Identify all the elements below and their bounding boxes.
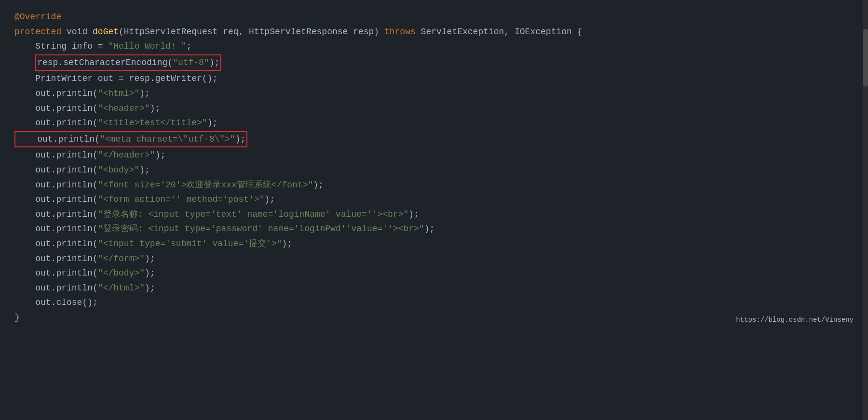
plain-paren: (: [119, 25, 124, 39]
plain-out-println-header: out.println(: [14, 101, 98, 116]
code-line-resp-encoding: resp.setCharacterEncoding("utf-8");: [14, 54, 854, 72]
string-form: "<form action='' method='post'>": [98, 192, 265, 207]
plain-out-println-endhtml: out.println(: [14, 281, 98, 296]
string-utf8-encoding: "utf-8": [173, 58, 209, 67]
code-line-printwriter: PrintWriter out = resp.getWriter();: [14, 71, 854, 86]
scrollbar-thumb[interactable]: [863, 29, 868, 87]
code-line-body: out.println("<body>");: [14, 163, 854, 178]
code-line-override: @Override: [14, 10, 854, 25]
method-doGet: doGet: [93, 25, 119, 39]
plain-semi-encoding: );: [209, 58, 220, 67]
code-line-form: out.println("<form action='' method='pos…: [14, 192, 854, 207]
plain-semi1: ;: [186, 39, 191, 54]
string-login-name: "登录名称: <input type='text' name='loginNam…: [98, 207, 409, 222]
plain-semi-title: );: [207, 116, 218, 131]
plain-semi-endbody: );: [145, 266, 155, 281]
string-header-close: "</header>": [98, 148, 155, 163]
string-font: "<font size='20'>欢迎登录xxx管理系统</font>": [98, 178, 313, 193]
plain-semi-endheader: );: [155, 148, 166, 163]
string-html-open: "<html>": [98, 86, 139, 101]
code-line-submit: out.println("<input type='submit' value=…: [14, 236, 854, 251]
code-line-closing-brace: }: [14, 310, 854, 325]
code-line-login-pwd: out.println("登录密码: <input type='password…: [14, 222, 854, 236]
annotation-override: @Override: [14, 10, 61, 25]
plain-out-println-form: out.println(: [14, 192, 98, 207]
type-httpservletresponse: HttpServletResponse: [249, 25, 348, 39]
code-line-method-sig: protected void doGet ( HttpServletReques…: [14, 25, 854, 39]
string-body-open: "<body>": [98, 163, 139, 178]
plain-semi-submit: );: [282, 236, 292, 251]
string-body-close: "</body>": [98, 266, 145, 281]
plain-out-println-html: out.println(: [14, 86, 98, 101]
code-line-font: out.println("<font size='20'>欢迎登录xxx管理系统…: [14, 178, 854, 193]
string-title: "<title>test</title>": [98, 116, 207, 131]
plain-out-println-title: out.println(: [14, 116, 98, 131]
plain-out-println-submit: out.println(: [14, 236, 98, 251]
plain-semi-endform: );: [145, 251, 155, 266]
plain-resp: resp): [348, 25, 384, 39]
plain-out-println-endform: out.println(: [14, 251, 98, 266]
plain-out-println-loginname: out.println(: [14, 207, 98, 222]
plain-semi-form: );: [264, 192, 275, 207]
string-meta-charset: "<meta charset=\"utf-8\">": [100, 134, 235, 144]
plain-semi-meta: );: [235, 134, 246, 144]
code-line-header: out.println("<header>");: [14, 101, 854, 116]
code-editor: @Override protected void doGet ( HttpSer…: [0, 0, 868, 334]
plain-out-println-endbody: out.println(: [14, 266, 98, 281]
plain-semi-html: );: [139, 86, 150, 101]
keyword-protected: protected: [14, 25, 61, 39]
plain-out-close: out.close();: [14, 295, 98, 310]
plain-semi-header: );: [150, 101, 161, 116]
plain-indent4: [14, 55, 35, 70]
string-login-pwd: "登录密码: <input type='password' name='logi…: [98, 222, 424, 236]
code-line-end-body: out.println("</body>");: [14, 266, 854, 281]
scrollbar[interactable]: [863, 0, 868, 420]
code-line-end-form: out.println("</form>");: [14, 251, 854, 266]
keyword-throws: throws: [384, 25, 416, 39]
string-form-close: "</form>": [98, 251, 145, 266]
url-watermark: https://blog.csdn.net/Vinseny: [736, 315, 854, 326]
code-line-title: out.println("<title>test</title>");: [14, 116, 854, 131]
string-html-close: "</html>": [98, 281, 145, 296]
plain-out-println-meta: out.println(: [16, 134, 100, 144]
plain-resp-set: resp.setCharacterEncoding(: [37, 58, 173, 67]
highlight-resp-encoding: resp.setCharacterEncoding("utf-8");: [35, 54, 221, 71]
string-hello-world: "Hello World! ": [108, 39, 186, 54]
plain-void: void: [61, 25, 93, 39]
type-httpservletrequest: HttpServletRequest: [124, 25, 217, 39]
code-line-close: out.close();: [14, 295, 854, 310]
plain-printwriter: PrintWriter out = resp.getWriter();: [14, 71, 217, 86]
highlight-meta-charset: out.println("<meta charset=\"utf-8\">");: [14, 131, 247, 148]
plain-exceptions: ServletException, IOException {: [416, 25, 583, 39]
code-line-end-header: out.println("</header>");: [14, 148, 854, 163]
code-line-meta: out.println("<meta charset=\"utf-8\">");: [14, 131, 854, 148]
plain-out-println-loginpwd: out.println(: [14, 222, 98, 236]
string-header-open: "<header>": [98, 101, 150, 116]
string-submit: "<input type='submit' value='提交'>": [98, 236, 282, 251]
plain-string-info: String info =: [14, 39, 108, 54]
code-line-end-html: out.println("</html>");: [14, 281, 854, 296]
plain-out-println-endheader: out.println(: [14, 148, 98, 163]
plain-out-println-body: out.println(: [14, 163, 98, 178]
plain-out-println-font: out.println(: [14, 178, 98, 193]
plain-semi-font: );: [313, 178, 324, 193]
code-line-login-name: out.println("登录名称: <input type='text' na…: [14, 207, 854, 222]
plain-semi-endhtml: );: [145, 281, 155, 296]
plain-semi-body: );: [139, 163, 150, 178]
code-line-html: out.println("<html>");: [14, 86, 854, 101]
plain-closing-brace: }: [14, 310, 20, 325]
plain-req: req,: [217, 25, 249, 39]
plain-semi-loginname: );: [408, 207, 419, 222]
plain-semi-loginpwd: );: [424, 222, 435, 236]
code-line-string-info: String info = "Hello World! ";: [14, 39, 854, 54]
